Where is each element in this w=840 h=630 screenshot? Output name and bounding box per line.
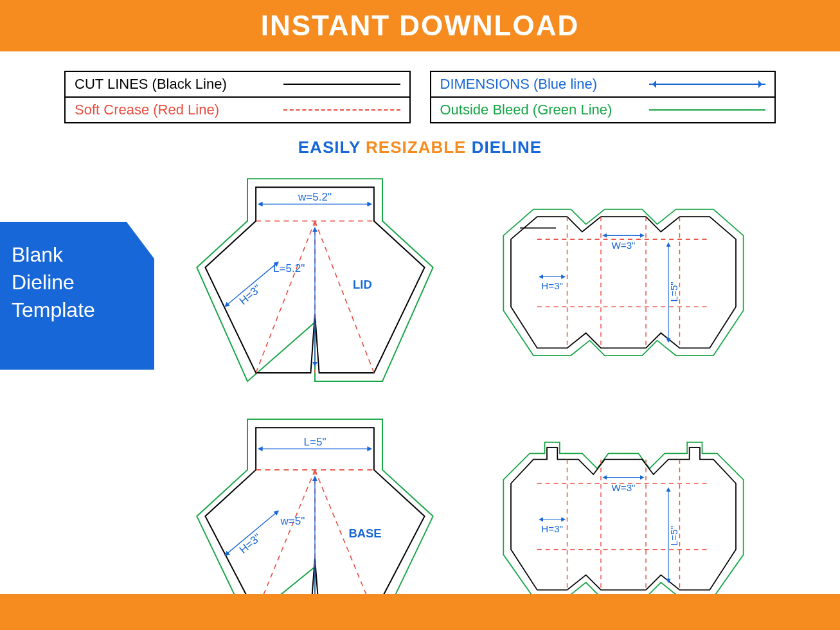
cut-line-sample [283,84,400,85]
legend-box-left: CUT LINES (Black Line) Soft Crease (Red … [64,71,411,123]
header-bar: INSTANT DOWNLOAD [0,0,840,51]
legend-cut: CUT LINES (Black Line) [66,72,409,96]
dim-h: H=3" [541,523,563,534]
dieline-box-a: W=3" L=5" H=3" [488,170,758,398]
legend-dim: DIMENSIONS (Blue line) [431,72,775,96]
dim-h: H=3" [237,532,264,557]
diagram-grid: w=5.2" L=5.2" H=3" LID W=3" L=5" H=3" [180,170,758,530]
legend-dim-label: DIMENSIONS (Blue line) [440,76,636,93]
dim-l: L=5" [304,436,326,448]
crease-line-sample [283,109,400,111]
dim-h: H=3" [541,280,563,291]
dim-l: L=5" [668,526,679,546]
dim-w: W=3" [612,240,636,251]
dim-l: L=5" [668,282,679,302]
legend-box-right: DIMENSIONS (Blue line) Outside Bleed (Gr… [430,71,776,123]
legend-bleed-label: Outside Bleed (Green Line) [440,102,636,118]
dim-line-sample [649,84,766,85]
legend-cut-label: CUT LINES (Black Line) [75,76,271,93]
piece-label: BASE [349,526,382,540]
header-title: INSTANT DOWNLOAD [261,10,580,42]
legend-row: CUT LINES (Black Line) Soft Crease (Red … [64,71,776,123]
dim-l: L=5.2" [273,262,305,274]
subheading-word1: EASILY [298,138,361,157]
subheading: EASILY RESIZABLE DIELINE [0,138,840,158]
legend-crease-label: Soft Crease (Red Line) [75,102,271,118]
legend-bleed: Outside Bleed (Green Line) [431,96,775,122]
footer-bar [0,594,840,630]
subheading-word2: RESIZABLE [366,138,466,157]
side-badge-line2: Dieline [12,269,143,296]
dim-h: H=3" [237,282,264,307]
dim-w: W=3" [612,482,636,493]
side-badge-line3: Template [12,296,143,324]
side-badge-line1: Blank [12,241,143,269]
dim-w: w=5.2" [298,191,332,203]
side-badge: Blank Dieline Template [0,222,154,370]
legend-crease: Soft Crease (Red Line) [66,96,409,122]
piece-label: LID [353,278,372,291]
bleed-line-sample [649,109,766,111]
subheading-word3: DIELINE [472,138,542,157]
dieline-lid: w=5.2" L=5.2" H=3" LID [180,170,450,398]
dim-w: w=5" [280,516,305,528]
